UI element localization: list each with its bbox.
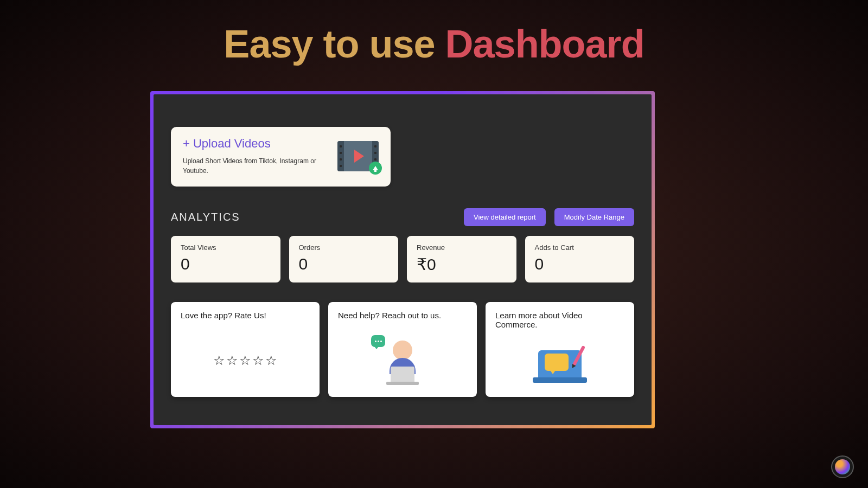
support-person-icon	[375, 336, 430, 385]
learn-more-card[interactable]: Learn more about Video Commerce.	[486, 302, 634, 397]
upload-arrow-icon	[369, 162, 382, 175]
dashboard-panel: + Upload Videos Upload Short Videos from…	[154, 94, 652, 425]
stat-card-total-views: Total Views 0	[171, 236, 280, 282]
star-icon[interactable]: ☆	[239, 353, 251, 368]
rating-stars[interactable]: ☆ ☆ ☆ ☆ ☆	[213, 353, 277, 368]
learn-more-title: Learn more about Video Commerce.	[495, 311, 624, 329]
page-headline: Easy to use Dashboard	[0, 0, 868, 66]
rate-us-title: Love the app? Rate Us!	[181, 311, 310, 320]
star-icon[interactable]: ☆	[213, 353, 225, 368]
stat-value: 0	[535, 255, 625, 273]
upload-videos-card[interactable]: + Upload Videos Upload Short Videos from…	[171, 127, 391, 187]
stat-label: Total Views	[181, 243, 271, 252]
stat-label: Adds to Cart	[535, 243, 625, 252]
dashboard-frame: + Upload Videos Upload Short Videos from…	[150, 91, 655, 428]
modify-date-range-button[interactable]: Modify Date Range	[554, 208, 634, 226]
stat-card-adds-to-cart: Adds to Cart 0	[525, 236, 635, 282]
chat-bubble-icon	[371, 335, 385, 347]
video-upload-icon	[337, 141, 379, 171]
stat-value: 0	[181, 255, 271, 273]
star-icon[interactable]: ☆	[226, 353, 238, 368]
star-icon[interactable]: ☆	[265, 353, 277, 368]
headline-part2: Dashboard	[445, 22, 644, 66]
upload-title: + Upload Videos	[183, 137, 331, 151]
chat-widget-avatar[interactable]	[831, 455, 854, 478]
analytics-heading: ANALYTICS	[171, 211, 240, 223]
stat-card-orders: Orders 0	[289, 236, 399, 282]
rate-us-card[interactable]: Love the app? Rate Us! ☆ ☆ ☆ ☆ ☆	[171, 302, 320, 397]
laptop-notes-icon	[533, 344, 587, 387]
stat-label: Revenue	[417, 243, 507, 252]
stat-value: ₹0	[417, 255, 507, 274]
stat-value: 0	[299, 255, 389, 273]
need-help-card[interactable]: Need help? Reach out to us.	[328, 302, 477, 397]
headline-part1: Easy to use	[224, 22, 445, 66]
need-help-title: Need help? Reach out to us.	[338, 311, 467, 320]
upload-description: Upload Short Videos from Tiktok, Instagr…	[183, 156, 331, 176]
stat-card-revenue: Revenue ₹0	[407, 236, 516, 282]
view-detailed-report-button[interactable]: View detailed report	[464, 208, 546, 226]
star-icon[interactable]: ☆	[252, 353, 264, 368]
stat-label: Orders	[299, 243, 389, 252]
